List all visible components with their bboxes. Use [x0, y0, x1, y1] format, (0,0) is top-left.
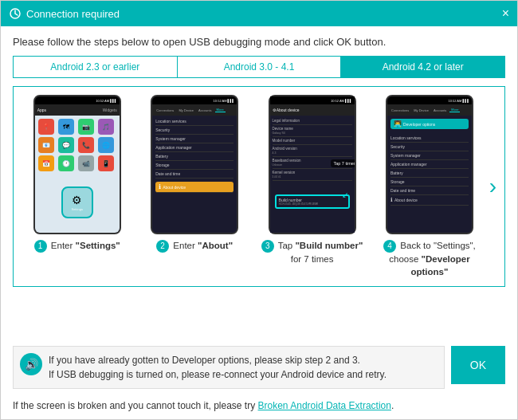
step-4: 10:52 AM ▌▌▌ Connections My Device Accou… [374, 95, 485, 278]
step3-prefix: Tap [278, 241, 296, 250]
settings-highlight: ⚙ Settings [61, 186, 93, 218]
phone2-menu-item: System manager [155, 135, 233, 143]
step4-num: 4 [383, 240, 396, 253]
phone2-menu-item: Security [155, 126, 233, 135]
ok-button[interactable]: OK [451, 346, 505, 384]
body: Please follow the steps below to open US… [1, 26, 517, 419]
next-arrow[interactable]: › [485, 174, 496, 199]
phone-2: 10:52 AM ▌▌▌ Connections My Device Accou… [151, 95, 238, 234]
developer-options-highlight: 👨‍💻 Developer options [390, 119, 469, 129]
settings-label: Settings [71, 207, 82, 211]
tap-arrow-icon: ↙ [342, 190, 348, 199]
info-icon: 🔊 [20, 353, 42, 375]
step2-prefix: Enter [173, 241, 198, 250]
tab-android-23[interactable]: Android 2.3 or earlier [14, 57, 178, 77]
phone-3: 10:52 AM ▌▌▌ ⚙ About device Legal inform… [269, 95, 356, 234]
phone4-menu-item: Date and time [390, 186, 469, 195]
window-title: Connection required [26, 8, 502, 20]
steps-container: 10:52 AM ▌▌▌ Apps Widgets 📍 🗺 📷 🎵 [13, 86, 505, 287]
info-row: 🔊 If you have already gotten to Develope… [13, 346, 505, 395]
phone4-status-bar: 10:52 AM ▌▌▌ [387, 96, 472, 104]
main-window: Connection required × Please follow the … [0, 0, 518, 420]
phone-1: 10:52 AM ▌▌▌ Apps Widgets 📍 🗺 📷 🎵 [33, 95, 121, 234]
steps-list: 10:52 AM ▌▌▌ Apps Widgets 📍 🗺 📷 🎵 [22, 95, 485, 278]
instruction-text: Please follow the steps below to open US… [13, 36, 505, 48]
step3-label: 3 Tap "Build number" for 7 times [257, 239, 367, 265]
step1-num: 1 [34, 240, 47, 253]
step-2: 10:52 AM ▌▌▌ Connections My Device Accou… [139, 95, 249, 278]
step-1: 10:52 AM ▌▌▌ Apps Widgets 📍 🗺 📷 🎵 [22, 95, 132, 278]
phone3-header: ⚙ About device [270, 104, 355, 116]
step3-suffix: for 7 times [291, 254, 334, 264]
phone4-menu-item: Application manager [390, 160, 469, 169]
tab-android-30[interactable]: Android 3.0 - 4.1 [178, 57, 342, 77]
phone3-content: Legal information Device nameGalaxy S4 M… [270, 116, 355, 233]
step1-prefix: Enter [51, 241, 76, 250]
developer-options-label: Developer options [403, 122, 435, 127]
phone4-menu-item: Security [390, 143, 469, 151]
tab-android-42[interactable]: Android 4.2 or later [341, 57, 504, 77]
phone4-menu-item: Location services [390, 134, 469, 143]
info-text: If you have already gotten to Developer … [49, 353, 438, 382]
phone2-menu-item: Battery [155, 152, 233, 161]
phone4-header: Connections My Device Accounts More [387, 104, 472, 116]
phone4-about-item: ℹAbout device [390, 195, 469, 206]
step4-label: 4 Back to "Settings", choose "Developer … [374, 239, 485, 278]
close-button[interactable]: × [502, 7, 509, 20]
tab-bar: Android 2.3 or earlier Android 3.0 - 4.1… [13, 56, 505, 78]
bottom-text: If the screen is broken and you cannot t… [13, 400, 505, 411]
connection-icon [9, 7, 22, 20]
phone3-item: Legal information [273, 117, 352, 125]
phone2-menu-item: Application manager [155, 143, 233, 152]
phone2-about-label: About device [163, 185, 186, 190]
phone4-menu-item: Storage [390, 178, 469, 186]
step-3: 10:52 AM ▌▌▌ ⚙ About device Legal inform… [257, 95, 367, 278]
phone1-header: Apps Widgets [35, 104, 120, 116]
step3-num: 3 [261, 240, 274, 253]
phone3-item: Device nameGalaxy S4 [273, 125, 352, 137]
step1-bold: "Settings" [76, 241, 120, 250]
info-box: 🔊 If you have already gotten to Develope… [13, 346, 445, 389]
phone2-content: Location services Security System manage… [152, 116, 237, 233]
phone4-menu-item: System manager [390, 151, 469, 160]
step2-label: 2 Enter "About" [156, 239, 233, 253]
tap7-badge: Tap 7 times [331, 159, 354, 167]
phone2-menu-item: Date and time [155, 170, 233, 179]
phone3-item: Android version4.3 [273, 145, 352, 157]
phone3-status-bar: 10:52 AM ▌▌▌ [270, 96, 355, 104]
build-number-box: Build number SCH-I545 JDQ39.I54 5VRUEMI [275, 194, 350, 209]
info-line2: If USB debugging is turned on, please re… [49, 369, 387, 380]
step2-num: 2 [156, 240, 169, 253]
phone1-status-bar: 10:52 AM ▌▌▌ [35, 96, 120, 104]
info-line1: If you have already gotten to Developer … [49, 355, 360, 366]
settings-gear-icon: ⚙ [72, 194, 82, 206]
step2-bold: "About" [198, 241, 233, 250]
step1-label: 1 Enter "Settings" [34, 239, 120, 253]
phone4-about-label: About device [394, 198, 418, 202]
step3-bold: "Build number" [295, 241, 363, 250]
phone2-menu-item: Storage [155, 161, 233, 170]
phone2-menu-item: Location services [155, 117, 233, 126]
phone4-content: 👨‍💻 Developer options Location services … [387, 116, 472, 233]
bottom-prefix: If the screen is broken and you cannot t… [13, 400, 258, 411]
bottom-suffix: . [391, 400, 394, 411]
broken-android-link[interactable]: Broken Android Data Extraction [258, 400, 391, 411]
titlebar: Connection required × [1, 1, 517, 26]
phone1-content: 📍 🗺 📷 🎵 📧 💬 📞 🌐 📅 🕐 📹 [35, 116, 120, 233]
footer: 🔊 If you have already gotten to Develope… [13, 287, 505, 411]
phone3-item: Model number [273, 137, 352, 145]
phone2-about-highlight: ℹ About device [155, 182, 233, 193]
phone2-status-bar: 10:52 AM ▌▌▌ [152, 96, 237, 104]
phone4-menu-item: Battery [390, 169, 469, 178]
phone-4: 10:52 AM ▌▌▌ Connections My Device Accou… [386, 95, 473, 234]
phone2-header: Connections My Device Accounts More [152, 104, 237, 116]
phone3-item: Kernel version3.4.0 #1 [273, 169, 352, 181]
